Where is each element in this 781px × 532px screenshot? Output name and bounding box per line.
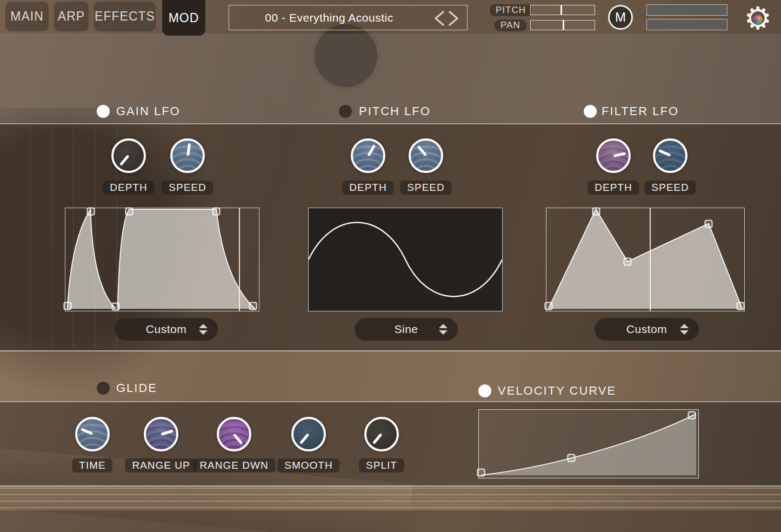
curve-handle[interactable] [705, 220, 713, 228]
background-bottom-shade [0, 510, 781, 532]
divider-line [0, 486, 781, 487]
pitch-label: PITCH [490, 4, 532, 16]
preset-prev-next-icon[interactable] [432, 10, 460, 27]
curve-handle[interactable] [736, 302, 744, 310]
tab-arp[interactable]: ARP [54, 2, 89, 31]
glide-smooth-knob[interactable] [291, 417, 326, 451]
gain-lfo-enable-toggle[interactable] [97, 105, 110, 118]
pitch-depth-label: DEPTH [342, 181, 393, 195]
pitch-speed-knob[interactable] [409, 138, 443, 173]
glide-split-label: SPLIT [359, 458, 404, 473]
background-strings-bottom [0, 488, 781, 509]
curve-handle[interactable] [112, 303, 120, 311]
curve-handle[interactable] [63, 302, 71, 310]
glide-time-label: TIME [72, 458, 112, 473]
filter-depth-knob[interactable] [596, 138, 631, 173]
level-meter-right [646, 19, 727, 30]
gain-depth-knob[interactable] [111, 138, 146, 173]
pitch-lfo-enable-toggle[interactable] [339, 105, 352, 118]
settings-gear-icon[interactable]: ⚙ [742, 2, 774, 35]
filter-lfo-wave-value: Custom [626, 323, 667, 336]
dropdown-arrows-icon [680, 324, 689, 335]
glide-range-down-label: RANGE DWN [192, 458, 275, 473]
pitch-lfo-wave-value: Sine [394, 323, 418, 336]
tab-effects[interactable]: EFFECTS [94, 2, 156, 31]
gear-center-dot [753, 15, 763, 24]
curve-handle[interactable] [592, 207, 600, 215]
preset-selector[interactable]: 00 - Everything Acoustic [229, 5, 468, 30]
gain-lfo-wave-display[interactable] [65, 208, 259, 311]
curve-handle[interactable] [125, 207, 133, 215]
bottom-band [0, 486, 781, 532]
curve-handle[interactable] [687, 411, 696, 420]
filter-speed-knob[interactable] [653, 138, 687, 173]
dropdown-arrows-icon [199, 324, 208, 335]
pitch-lfo-wave-display[interactable] [308, 208, 503, 311]
curve-handle[interactable] [544, 302, 552, 310]
glide-range-down-knob[interactable] [217, 417, 251, 451]
filter-depth-label: DEPTH [588, 181, 639, 195]
pitch-lfo-wave-select[interactable]: Sine [355, 318, 458, 341]
filter-lfo-wave-display[interactable] [546, 208, 745, 311]
lfo-playhead [650, 208, 651, 311]
filter-lfo-enable-toggle[interactable] [584, 105, 597, 118]
velocity-curve-display[interactable] [478, 409, 699, 478]
level-meter-left [646, 4, 727, 16]
pitch-depth-knob[interactable] [351, 138, 385, 173]
filter-lfo-wave-select[interactable]: Custom [595, 318, 699, 341]
glide-time-knob[interactable] [75, 417, 110, 451]
divider-line [0, 401, 781, 402]
divider-line [0, 350, 781, 351]
glide-title: GLIDE [116, 381, 157, 395]
curve-handle[interactable] [212, 207, 221, 215]
tab-main[interactable]: MAIN [5, 2, 49, 31]
preset-name: 00 - Everything Acoustic [265, 11, 393, 24]
velocity-curve-title: VELOCITY CURVE [498, 384, 616, 398]
pan-slider-tick [563, 21, 564, 30]
pitch-speed-label: SPEED [400, 181, 451, 195]
dropdown-arrows-icon [439, 324, 448, 335]
pan-slider[interactable] [530, 20, 595, 30]
gain-depth-label: DEPTH [103, 181, 154, 195]
pitch-slider[interactable] [530, 5, 595, 15]
pitch-slider-tick [560, 5, 562, 15]
glide-split-knob[interactable] [364, 417, 399, 451]
gain-speed-label: SPEED [162, 181, 213, 195]
curve-handle[interactable] [477, 468, 485, 476]
filter-lfo-title: FILTER LFO [602, 104, 679, 118]
velocity-curve-enable-toggle[interactable] [478, 384, 491, 397]
tab-mod[interactable]: MOD [162, 0, 205, 36]
gain-lfo-wave-select[interactable]: Custom [115, 318, 218, 341]
curve-handle[interactable] [86, 207, 95, 215]
glide-enable-toggle[interactable] [97, 382, 110, 395]
mono-button[interactable]: M [608, 5, 633, 30]
gain-speed-knob[interactable] [170, 138, 205, 173]
glide-range-up-label: RANGE UP [125, 458, 197, 473]
gain-lfo-title: GAIN LFO [116, 104, 181, 118]
gain-lfo-wave-value: Custom [146, 323, 186, 336]
curve-handle[interactable] [249, 302, 257, 310]
curve-handle[interactable] [567, 454, 575, 462]
filter-speed-label: SPEED [644, 181, 696, 195]
plugin-window: MAIN ARP EFFECTS MOD 00 - Everything Aco… [0, 0, 781, 532]
divider-line [0, 123, 781, 124]
lfo-playhead [239, 208, 240, 311]
pitch-lfo-title: PITCH LFO [359, 104, 431, 118]
pan-label: PAN [495, 19, 526, 31]
curve-handle[interactable] [624, 257, 632, 265]
glide-range-up-knob[interactable] [144, 417, 178, 451]
glide-smooth-label: SMOOTH [277, 458, 339, 473]
